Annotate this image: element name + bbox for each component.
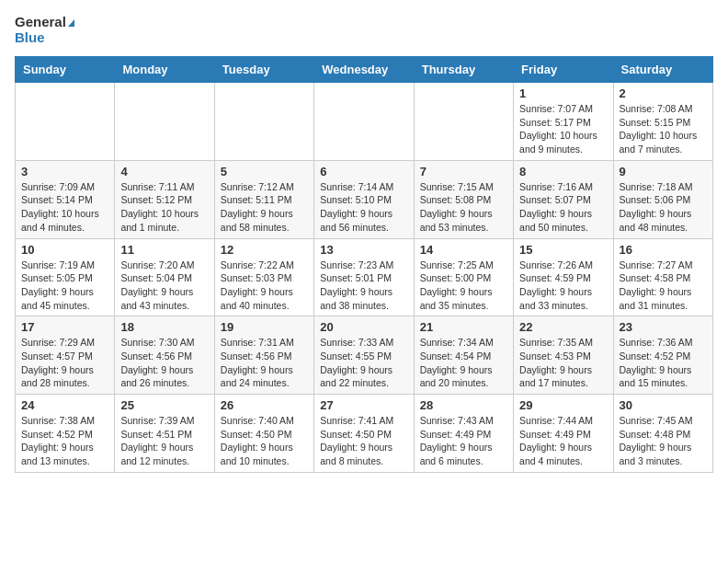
day-number: 8: [519, 165, 607, 178]
day-cell: 2Sunrise: 7:08 AM Sunset: 5:15 PM Daylig…: [613, 83, 712, 161]
day-number: 9: [620, 165, 707, 178]
day-cell: 1Sunrise: 7:07 AM Sunset: 5:17 PM Daylig…: [514, 83, 613, 161]
day-cell: 30Sunrise: 7:45 AM Sunset: 4:48 PM Dayli…: [613, 395, 712, 473]
day-number: 22: [519, 320, 607, 334]
day-cell: [414, 83, 513, 161]
day-cell: 15Sunrise: 7:26 AM Sunset: 4:59 PM Dayli…: [514, 238, 613, 316]
week-row-5: 24Sunrise: 7:38 AM Sunset: 4:52 PM Dayli…: [16, 395, 713, 473]
day-number: 25: [120, 398, 208, 412]
day-info: Sunrise: 7:09 AM Sunset: 5:14 PM Dayligh…: [21, 180, 108, 235]
day-cell: 6Sunrise: 7:14 AM Sunset: 5:10 PM Daylig…: [314, 160, 414, 238]
day-cell: 17Sunrise: 7:29 AM Sunset: 4:57 PM Dayli…: [16, 316, 115, 395]
weekday-header-monday: Monday: [115, 57, 214, 83]
day-number: 6: [320, 165, 407, 178]
day-info: Sunrise: 7:15 AM Sunset: 5:08 PM Dayligh…: [420, 180, 507, 235]
day-cell: [16, 83, 115, 161]
day-number: 15: [519, 243, 607, 257]
day-info: Sunrise: 7:07 AM Sunset: 5:17 PM Dayligh…: [519, 102, 607, 156]
day-number: 1: [519, 86, 607, 100]
day-cell: 4Sunrise: 7:11 AM Sunset: 5:12 PM Daylig…: [115, 160, 214, 238]
day-cell: 27Sunrise: 7:41 AM Sunset: 4:50 PM Dayli…: [314, 395, 414, 473]
day-cell: 26Sunrise: 7:40 AM Sunset: 4:50 PM Dayli…: [214, 395, 313, 473]
day-cell: [214, 83, 313, 161]
day-info: Sunrise: 7:35 AM Sunset: 4:53 PM Dayligh…: [519, 336, 607, 390]
day-number: 21: [420, 320, 507, 334]
day-info: Sunrise: 7:14 AM Sunset: 5:10 PM Dayligh…: [320, 180, 407, 235]
day-cell: 19Sunrise: 7:31 AM Sunset: 4:56 PM Dayli…: [214, 316, 313, 395]
day-cell: 3Sunrise: 7:09 AM Sunset: 5:14 PM Daylig…: [16, 160, 115, 238]
day-info: Sunrise: 7:08 AM Sunset: 5:15 PM Dayligh…: [620, 102, 707, 156]
day-info: Sunrise: 7:29 AM Sunset: 4:57 PM Dayligh…: [21, 336, 108, 390]
day-cell: 7Sunrise: 7:15 AM Sunset: 5:08 PM Daylig…: [414, 160, 513, 238]
day-cell: 16Sunrise: 7:27 AM Sunset: 4:58 PM Dayli…: [613, 238, 712, 316]
day-number: 5: [221, 165, 308, 178]
week-row-1: 1Sunrise: 7:07 AM Sunset: 5:17 PM Daylig…: [16, 83, 713, 161]
day-info: Sunrise: 7:18 AM Sunset: 5:06 PM Dayligh…: [620, 180, 707, 235]
week-row-2: 3Sunrise: 7:09 AM Sunset: 5:14 PM Daylig…: [16, 160, 713, 238]
weekday-header-saturday: Saturday: [613, 57, 712, 83]
day-info: Sunrise: 7:26 AM Sunset: 4:59 PM Dayligh…: [519, 259, 607, 313]
day-info: Sunrise: 7:40 AM Sunset: 4:50 PM Dayligh…: [221, 414, 308, 468]
day-number: 2: [620, 86, 707, 100]
day-info: Sunrise: 7:36 AM Sunset: 4:52 PM Dayligh…: [620, 336, 707, 390]
day-cell: 5Sunrise: 7:12 AM Sunset: 5:11 PM Daylig…: [214, 160, 313, 238]
day-cell: 22Sunrise: 7:35 AM Sunset: 4:53 PM Dayli…: [514, 316, 613, 395]
day-number: 3: [21, 165, 108, 178]
day-cell: [314, 83, 414, 161]
weekday-header-friday: Friday: [514, 57, 613, 83]
day-cell: 25Sunrise: 7:39 AM Sunset: 4:51 PM Dayli…: [115, 395, 214, 473]
day-number: 16: [620, 243, 707, 257]
day-info: Sunrise: 7:43 AM Sunset: 4:49 PM Dayligh…: [420, 414, 507, 468]
day-info: Sunrise: 7:27 AM Sunset: 4:58 PM Dayligh…: [620, 259, 707, 313]
day-info: Sunrise: 7:45 AM Sunset: 4:48 PM Dayligh…: [620, 414, 707, 468]
day-cell: 21Sunrise: 7:34 AM Sunset: 4:54 PM Dayli…: [414, 316, 513, 395]
day-number: 30: [620, 398, 707, 412]
day-number: 10: [21, 243, 108, 257]
day-cell: [115, 83, 214, 161]
day-number: 23: [620, 320, 707, 334]
logo-general: General: [15, 15, 74, 30]
day-cell: 9Sunrise: 7:18 AM Sunset: 5:06 PM Daylig…: [613, 160, 712, 238]
day-info: Sunrise: 7:30 AM Sunset: 4:56 PM Dayligh…: [120, 336, 208, 390]
day-info: Sunrise: 7:20 AM Sunset: 5:04 PM Dayligh…: [120, 259, 208, 313]
day-info: Sunrise: 7:33 AM Sunset: 4:55 PM Dayligh…: [320, 336, 407, 390]
day-number: 4: [120, 165, 208, 178]
day-cell: 14Sunrise: 7:25 AM Sunset: 5:00 PM Dayli…: [414, 238, 513, 316]
day-cell: 13Sunrise: 7:23 AM Sunset: 5:01 PM Dayli…: [314, 238, 414, 316]
weekday-header-tuesday: Tuesday: [214, 57, 313, 83]
day-number: 20: [320, 320, 407, 334]
day-number: 11: [120, 243, 208, 257]
header: General Blue: [15, 15, 713, 45]
day-number: 7: [420, 165, 507, 178]
day-info: Sunrise: 7:11 AM Sunset: 5:12 PM Dayligh…: [120, 180, 208, 235]
day-info: Sunrise: 7:19 AM Sunset: 5:05 PM Dayligh…: [21, 259, 108, 313]
day-info: Sunrise: 7:22 AM Sunset: 5:03 PM Dayligh…: [221, 259, 308, 313]
day-info: Sunrise: 7:44 AM Sunset: 4:49 PM Dayligh…: [519, 414, 607, 468]
logo: General Blue: [15, 15, 74, 45]
day-cell: 8Sunrise: 7:16 AM Sunset: 5:07 PM Daylig…: [514, 160, 613, 238]
weekday-header-row: SundayMondayTuesdayWednesdayThursdayFrid…: [16, 57, 713, 83]
day-info: Sunrise: 7:38 AM Sunset: 4:52 PM Dayligh…: [21, 414, 108, 468]
day-info: Sunrise: 7:12 AM Sunset: 5:11 PM Dayligh…: [221, 180, 308, 235]
day-info: Sunrise: 7:25 AM Sunset: 5:00 PM Dayligh…: [420, 259, 507, 313]
day-cell: 11Sunrise: 7:20 AM Sunset: 5:04 PM Dayli…: [115, 238, 214, 316]
day-number: 18: [120, 320, 208, 334]
weekday-header-sunday: Sunday: [16, 57, 115, 83]
day-cell: 18Sunrise: 7:30 AM Sunset: 4:56 PM Dayli…: [115, 316, 214, 395]
calendar: SundayMondayTuesdayWednesdayThursdayFrid…: [15, 56, 713, 473]
day-number: 29: [519, 398, 607, 412]
day-info: Sunrise: 7:41 AM Sunset: 4:50 PM Dayligh…: [320, 414, 407, 468]
day-cell: 23Sunrise: 7:36 AM Sunset: 4:52 PM Dayli…: [613, 316, 712, 395]
week-row-4: 17Sunrise: 7:29 AM Sunset: 4:57 PM Dayli…: [16, 316, 713, 395]
day-cell: 28Sunrise: 7:43 AM Sunset: 4:49 PM Dayli…: [414, 395, 513, 473]
day-number: 28: [420, 398, 507, 412]
weekday-header-wednesday: Wednesday: [314, 57, 414, 83]
day-cell: 20Sunrise: 7:33 AM Sunset: 4:55 PM Dayli…: [314, 316, 414, 395]
week-row-3: 10Sunrise: 7:19 AM Sunset: 5:05 PM Dayli…: [16, 238, 713, 316]
day-number: 14: [420, 243, 507, 257]
weekday-header-thursday: Thursday: [414, 57, 513, 83]
day-number: 13: [320, 243, 407, 257]
day-number: 26: [221, 398, 308, 412]
day-number: 24: [21, 398, 108, 412]
day-cell: 29Sunrise: 7:44 AM Sunset: 4:49 PM Dayli…: [514, 395, 613, 473]
